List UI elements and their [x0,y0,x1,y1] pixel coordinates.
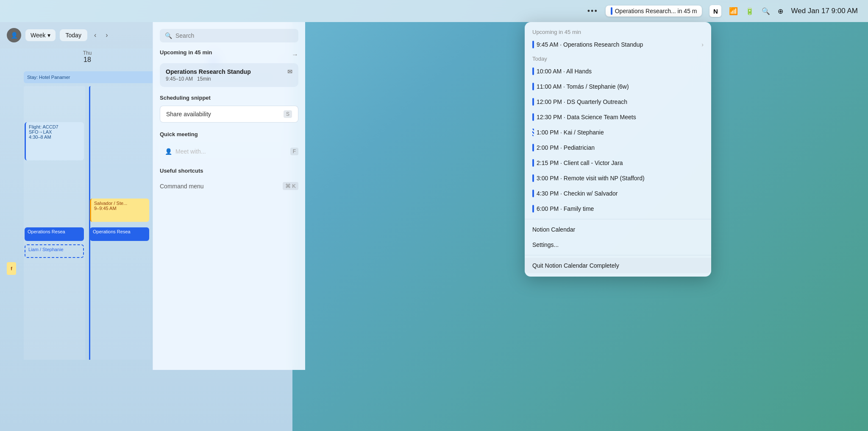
dropdown-item-5[interactable]: 2:00 PM · Pediatrician [525,140,711,155]
event-bar-8 [532,190,534,197]
notion-n-icon[interactable]: N [709,5,721,17]
event-bar-7 [532,174,534,182]
event-flight[interactable]: Flight: ACCD7 SFO→LAX 4:30–8 AM [25,122,84,160]
dropdown-item-0[interactable]: 10:00 AM · All Hands [525,64,711,79]
menubar: ••• Operations Research... in 45 m N 📶 🔋… [0,0,868,22]
share-key-badge: S [284,110,292,118]
upcoming-arrow[interactable]: → [292,51,298,59]
notion-calendar-item[interactable]: Notion Calendar [525,222,711,237]
meet-with-row: 👤 Meet with... F [160,142,298,161]
dropdown-today-label: Today [525,52,711,64]
menu-divider-2 [525,255,711,255]
dropdown-item-4[interactable]: 1:00 PM · Kai / Stephanie [525,125,711,140]
dropdown-menu: Upcoming in 45 min 9:45 AM · Operations … [525,22,711,277]
command-menu-label: Command menu [160,183,204,190]
dropdown-item-9[interactable]: 6:00 PM · Family time [525,201,711,216]
week-view-button[interactable]: Week ▾ [25,29,56,41]
meet-key-badge: F [290,148,298,155]
menubar-right: ••• Operations Research... in 45 m N 📶 🔋… [587,5,858,17]
dropdown-item-7[interactable]: 3:00 PM · Remote visit with NP (Stafford… [525,171,711,186]
event-bar-4 [532,129,534,136]
event-bar-9 [532,205,534,213]
today-button[interactable]: Today [60,29,87,41]
email-icon[interactable]: ✉ [287,68,292,75]
meet-with-input[interactable]: 👤 Meet with... [160,145,211,158]
scheduling-section: Scheduling snippet [160,94,298,101]
event-f-badge[interactable]: f [7,262,16,275]
event-bar-6 [532,159,534,167]
event-bar-upcoming [532,41,534,48]
quick-meeting-section: Quick meeting [160,130,298,138]
quick-meeting-title: Quick meeting [160,131,198,137]
notion-pill[interactable]: Operations Research... in 45 m [606,6,702,17]
search-input[interactable] [175,32,293,39]
menubar-datetime: Wed Jan 17 9:00 AM [791,7,858,15]
battery-icon: 🔋 [746,7,754,15]
person-icon: 👤 [165,148,172,155]
avatar[interactable]: 👤 [7,28,21,42]
event-ops-fri[interactable]: Operations Resea [90,227,149,241]
dropdown-item-8[interactable]: 4:30 PM · Checkin w/ Salvador [525,186,711,201]
menu-divider-1 [525,219,711,219]
shortcuts-title: Useful shortcuts [160,168,203,174]
dropdown-item-6[interactable]: 2:15 PM · Client call - Victor Jara [525,155,711,171]
command-menu-row: Command menu ⌘ K [160,179,298,193]
event-ops-thu[interactable]: Operations Resea [25,227,84,241]
dropdown-item-1[interactable]: 11:00 AM · Tomás / Stephanie (6w) [525,79,711,94]
quit-item[interactable]: Quit Notion Calendar Completely [525,258,711,273]
next-nav-button[interactable]: › [103,30,110,41]
day-header-thu: Thu 18 [25,50,150,68]
upcoming-event-time: 9:45–10 AM 15min [166,76,292,82]
event-bar-2 [532,98,534,106]
col-fri [89,86,150,360]
event-bar-5 [532,144,534,151]
search-icon-panel: 🔍 [165,32,172,39]
search-bar[interactable]: 🔍 [160,29,298,42]
event-bar-1 [532,83,534,90]
wifi-icon: 📶 [729,7,738,16]
control-center-icon[interactable]: ⊕ [778,7,783,15]
dropdown-upcoming-item[interactable]: 9:45 AM · Operations Research Standup › [525,37,711,52]
right-panel: 🔍 Upcoming in 45 min → Operations Resear… [153,22,305,370]
settings-item[interactable]: Settings... [525,237,711,252]
upcoming-event-row[interactable]: Operations Research Standup ✉ 9:45–10 AM… [160,63,298,87]
dropdown-item-2[interactable]: 12:00 PM · DS Quarterly Outreach [525,94,711,109]
chevron-down-icon: ▾ [47,32,50,39]
upcoming-title: Upcoming in 45 min [160,49,212,56]
event-liam[interactable]: Liam / Stephanie [25,244,84,258]
upcoming-header: Upcoming in 45 min → [160,49,298,60]
dropdown-upcoming-label: Upcoming in 45 min [525,25,711,37]
shortcuts-section: Useful shortcuts [160,167,298,174]
share-availability-button[interactable]: Share availability S [160,106,298,123]
meet-with-placeholder: Meet with... [175,148,206,155]
menu-arrow-upcoming: › [701,41,704,48]
event-bar-3 [532,113,534,121]
scheduling-title: Scheduling snippet [160,95,211,101]
upcoming-event-title: Operations Research Standup ✉ [166,68,292,75]
dropdown-item-3[interactable]: 12:30 PM · Data Science Team Meets [525,109,711,125]
notion-indicator [611,7,612,15]
menubar-dots[interactable]: ••• [587,7,598,16]
event-bar-0 [532,67,534,75]
event-salvador[interactable]: Salvador / Ste... 9–9:45 AM [90,199,149,222]
notion-pill-text: Operations Research... in 45 m [615,8,697,14]
prev-nav-button[interactable]: ‹ [92,30,99,41]
command-menu-key: ⌘ K [283,182,298,190]
search-icon[interactable]: 🔍 [762,7,770,15]
